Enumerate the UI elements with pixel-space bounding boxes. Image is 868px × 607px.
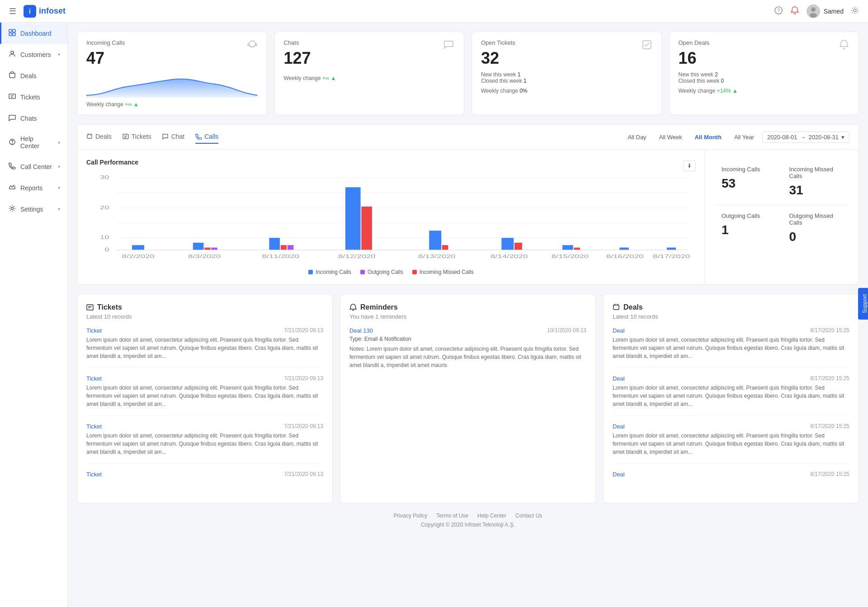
help-icon[interactable]: ? (774, 6, 783, 17)
footer-contact-us[interactable]: Contact Us (515, 513, 542, 519)
download-chart-button[interactable]: ⬇ (683, 160, 696, 171)
deal-header: Deal 8/17/2020 15:25 (613, 327, 849, 334)
ticket-record-2: Ticket 7/21/2020 09:13 Lorem ipsum dolor… (86, 375, 323, 416)
footer-terms-of-use[interactable]: Terms of Use (436, 513, 468, 519)
chats-icon (9, 114, 16, 122)
main-layout: Dashboard Customers ▾ Deals Tickets Ch (0, 23, 868, 546)
sidebar-label-settings: Settings (20, 206, 53, 213)
deal-4-title[interactable]: Deal (613, 471, 625, 478)
tab-deals[interactable]: Deals (86, 130, 112, 144)
weekly-change-value: +14% ▲ (717, 88, 738, 94)
reminder-1-date: 10/1/2020 09:13 (547, 327, 586, 334)
deal-3-text: Lorem ipsum dolor sit amet, consectetur … (613, 432, 849, 456)
notification-icon[interactable] (790, 6, 799, 17)
legend-label-incoming: Incoming Calls (316, 269, 351, 275)
record-header: Ticket 7/21/2020 09:13 (86, 423, 323, 430)
deals-card-header: Deals (613, 303, 849, 311)
closed-this-week: 1 (524, 78, 527, 84)
stat-card-header: Open Tickets 32 (481, 39, 652, 71)
reminder-1-type: Type: Email & Notification (349, 336, 586, 342)
ticket-4-date: 7/21/2020 09:13 (284, 471, 323, 478)
deal-header: Deal 8/17/2020 15:25 (613, 423, 849, 430)
svg-text:?: ? (777, 8, 780, 13)
footer: Privacy Policy Terms of Use Help Center … (77, 503, 859, 537)
filter-all-day[interactable]: All Day (623, 132, 651, 142)
svg-rect-38 (87, 305, 93, 310)
reminder-1-notes: Notes: Lorem ipsum dolor sit amet, conse… (349, 345, 586, 369)
footer-links: Privacy Policy Terms of Use Help Center … (86, 513, 850, 519)
sidebar-label-call-center: Call Center (20, 163, 53, 170)
headset-icon (247, 39, 258, 52)
footer-privacy-policy[interactable]: Privacy Policy (394, 513, 428, 519)
user-info[interactable]: Samed (807, 5, 844, 18)
settings-arrow-icon: ▾ (58, 207, 60, 212)
calendar-icon: ▾ (841, 134, 844, 141)
record-header: Ticket 7/21/2020 09:13 (86, 327, 323, 334)
customers-arrow-icon: ▾ (58, 52, 60, 57)
date-range-picker[interactable]: 2020-08-01 → 2020-08-31 ▾ (762, 132, 849, 143)
settings-topbar-icon[interactable] (851, 6, 859, 16)
bar-missed (514, 243, 522, 250)
reminder-1-title[interactable]: Deal 130 (349, 327, 373, 334)
sidebar-item-customers[interactable]: Customers ▾ (0, 44, 67, 65)
ticket-1-title[interactable]: Ticket (86, 327, 102, 334)
bar-incoming (132, 245, 144, 250)
ticket-4-title[interactable]: Ticket (86, 471, 102, 478)
sidebar-item-deals[interactable]: Deals (0, 65, 67, 86)
sidebar-item-chats[interactable]: Chats (0, 108, 67, 129)
deal-record-3: Deal 8/17/2020 15:25 Lorem ipsum dolor s… (613, 423, 849, 464)
bar-missed (442, 245, 448, 250)
deal-3-title[interactable]: Deal (613, 423, 625, 430)
open-tickets-meta: New this week 1 Closed this week 1 (481, 71, 652, 84)
deal-2-title[interactable]: Deal (613, 375, 625, 382)
filter-all-year[interactable]: All Year (730, 132, 759, 142)
stat-card-chats: Chats 127 Weekly change +∞ ▲ (274, 32, 465, 115)
bar-outgoing (288, 245, 293, 250)
ticket-3-title[interactable]: Ticket (86, 423, 102, 430)
deal-1-title[interactable]: Deal (613, 327, 625, 334)
outgoing-calls-stat-label: Outgoing Calls (722, 212, 775, 219)
sidebar-item-dashboard[interactable]: Dashboard (0, 23, 67, 44)
tab-chat[interactable]: Chat (162, 130, 185, 144)
support-button[interactable]: Support (858, 287, 868, 319)
filter-all-week[interactable]: All Week (655, 132, 687, 142)
deals-card-icon (613, 304, 620, 311)
deal-1-text: Lorem ipsum dolor sit amet, consectetur … (613, 336, 849, 360)
open-tickets-label: Open Tickets (481, 39, 515, 46)
sidebar-item-call-center[interactable]: Call Center ▾ (0, 156, 67, 177)
sidebar-label-help-center: Help Center (20, 135, 53, 150)
deal-3-date: 8/17/2020 15:25 (810, 423, 849, 430)
tickets-icon (9, 93, 16, 101)
ticket-1-date: 7/21/2020 09:13 (284, 327, 323, 334)
tickets-card-header: Tickets (86, 303, 323, 311)
chats-change: Weekly change +∞ ▲ (284, 75, 455, 81)
sidebar-item-tickets[interactable]: Tickets (0, 86, 67, 108)
sidebar-item-reports[interactable]: Reports ▾ (0, 177, 67, 198)
legend-missed-calls: Incoming Missed Calls (412, 269, 474, 275)
help-center-icon (9, 138, 16, 147)
svg-text:8/12/2020: 8/12/2020 (338, 254, 375, 259)
ticket-2-title[interactable]: Ticket (86, 375, 102, 382)
sidebar-item-help-center[interactable]: Help Center ▾ (0, 129, 67, 156)
hamburger-icon[interactable]: ☰ (9, 6, 16, 16)
ticket-2-text: Lorem ipsum dolor sit amet, consectetur … (86, 384, 323, 408)
svg-point-13 (12, 143, 13, 144)
outgoing-missed-stat-value: 0 (789, 230, 843, 244)
filter-all-month[interactable]: All Month (690, 132, 726, 142)
reminders-card-header: Reminders (349, 303, 586, 311)
checkbox-icon (642, 39, 652, 52)
svg-text:8/16/2020: 8/16/2020 (606, 254, 643, 259)
tab-tickets[interactable]: Tickets (123, 130, 151, 144)
sidebar-item-settings[interactable]: Settings ▾ (0, 198, 67, 220)
record-header: Ticket 7/21/2020 09:13 (86, 471, 323, 478)
chats-label: Chats (284, 39, 311, 46)
footer-help-center[interactable]: Help Center (477, 513, 506, 519)
reminders-card-subtitle: You have 1 reminders (349, 313, 586, 320)
tickets-card-icon (86, 304, 94, 311)
tab-calls[interactable]: Calls (195, 130, 218, 144)
svg-text:8/11/2020: 8/11/2020 (262, 254, 299, 259)
mini-chart (86, 75, 258, 98)
svg-point-5 (854, 9, 856, 12)
weekly-change-label: Weekly change (284, 75, 321, 81)
outgoing-missed-stat-label: Outgoing Missed Calls (789, 212, 843, 226)
